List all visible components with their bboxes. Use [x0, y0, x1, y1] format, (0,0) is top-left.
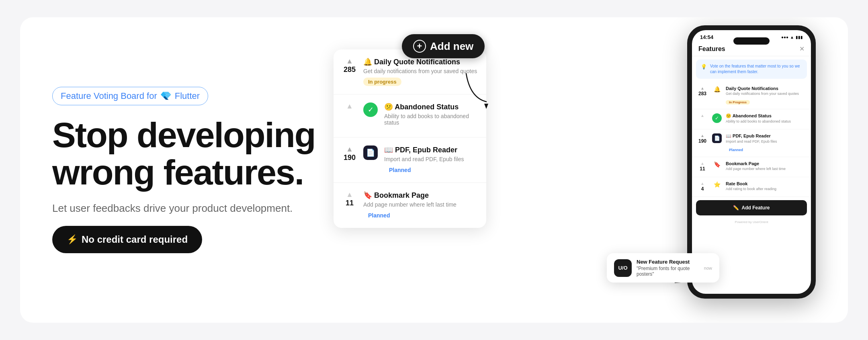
vote-up-icon: ▲	[346, 102, 353, 110]
phone-item-content: 📖 PDF, Epub Reader Import and read PDF, …	[726, 133, 806, 153]
list-item[interactable]: ▲ 190 📄 📖 PDF, Epub Reader Import and re…	[334, 137, 486, 183]
vote-column: ▲	[342, 102, 357, 110]
add-feature-button[interactable]: ✏️ Add Feature	[696, 200, 807, 215]
phone-item-content: Daily Quote Notifications Get daily noti…	[726, 86, 806, 105]
phone-list-item[interactable]: ▲ ✓ 😕 Abandoned Status Ability to add bo…	[692, 109, 811, 130]
vote-column: ▲ 285	[342, 57, 357, 74]
phone-vote-count: 11	[700, 166, 705, 172]
phone-status-icons: ●●● ▲ ▮▮▮	[781, 35, 803, 39]
cta-button[interactable]: ⚡ No credit card required	[52, 226, 202, 253]
notif-title: New Feature Request	[637, 259, 699, 265]
phone-item-desc: Add rating to book after reading	[726, 187, 806, 192]
phone-item-icon: 🔔	[712, 86, 722, 92]
phone-item-desc: Add page number where left last time	[726, 167, 806, 172]
item-content: 🔔 Daily Quote Notifications Get daily no…	[363, 57, 477, 86]
phone-status-badge: In Progress	[726, 100, 750, 104]
add-feature-label: Add Feature	[741, 205, 770, 211]
edit-icon: ✏️	[733, 205, 739, 211]
item-desc: Get daily notifications from your saved …	[363, 68, 477, 74]
item-title: 📖 PDF, Epub Reader	[384, 145, 477, 154]
headline: Stop developing wrong features.	[52, 117, 326, 191]
phone-item-icon: ⭐	[712, 181, 722, 188]
item-content: 📖 PDF, Epub Reader Import and read PDF, …	[384, 145, 477, 174]
phone-list-item[interactable]: ▲ 283 🔔 Daily Quote Notifications Get da…	[692, 82, 811, 109]
main-card: Feature Voting Board for Flutter Stop de…	[20, 17, 848, 323]
item-title: 🔖 Bookmark Page	[363, 191, 477, 200]
info-banner: 💡 Vote on the features that matter most …	[696, 59, 807, 79]
check-icon: ✓	[363, 102, 378, 117]
phone-vote-col: ▲	[697, 113, 708, 118]
add-new-label: Add new	[430, 40, 473, 53]
phone-item-desc: Import and read PDF, Epub files	[726, 139, 806, 144]
phone-time: 14:54	[700, 34, 713, 40]
notif-avatar: U/O	[614, 259, 632, 277]
phone-list-item[interactable]: ▲ 4 ⭐ Rate Book Add rating to book after…	[692, 177, 811, 197]
info-icon: 💡	[701, 64, 707, 70]
phone-close-icon[interactable]: ✕	[799, 45, 805, 53]
phone-vote-count: 190	[698, 138, 706, 144]
phone-vote-count: 4	[701, 186, 704, 192]
phone-item-icon: 🔖	[712, 161, 722, 168]
vote-up-icon: ▲	[346, 57, 353, 65]
status-badge: In progress	[363, 78, 401, 86]
phone-list-item[interactable]: ▲ 190 📄 📖 PDF, Epub Reader Import and re…	[692, 129, 811, 157]
status-badge: Planned	[363, 211, 395, 220]
phone-vote-up-icon: ▲	[700, 181, 704, 186]
flutter-icon	[160, 90, 172, 102]
phone-vote-up-icon: ▲	[700, 113, 704, 118]
product-badge: Feature Voting Board for Flutter	[52, 87, 208, 105]
phone-item-content: Bookmark Page Add page number where left…	[726, 161, 806, 173]
phone-vote-count: 283	[698, 91, 706, 96]
svg-marker-0	[484, 104, 488, 109]
notification-bubble: U/O New Feature Request "Premium fonts f…	[607, 253, 719, 283]
right-section: + Add new ▲ 285 🔔 Daily Quote Notificati…	[326, 17, 816, 323]
phone-vote-col: ▲ 283	[697, 86, 708, 96]
vote-count: 11	[346, 199, 354, 207]
phone-item-title: Rate Book	[726, 181, 806, 186]
phone-header-title: Features	[698, 45, 725, 53]
phone-list-item[interactable]: ▲ 11 🔖 Bookmark Page Add page number whe…	[692, 157, 811, 177]
notif-time: now	[704, 266, 712, 270]
badge-brand: Flutter	[175, 91, 200, 101]
phone-item-content: 😕 Abandoned Status Ability to add books …	[726, 113, 806, 125]
phone-status-badge: Planned	[726, 147, 746, 152]
item-desc: Add page number where left last time	[363, 201, 477, 208]
phone-item-desc: Get daily notifications from your saved …	[726, 92, 806, 96]
vote-column: ▲ 11	[342, 191, 357, 207]
cta-label: No credit card required	[82, 234, 188, 245]
phone-item-title: 📖 PDF, Epub Reader	[726, 133, 806, 139]
badge-text: Feature Voting Board for	[61, 91, 157, 101]
arrow-add-to-list	[462, 66, 510, 114]
phone-item-title: 😕 Abandoned Status	[726, 113, 806, 119]
phone-vote-col: ▲ 11	[697, 161, 708, 172]
phone-item-title: Bookmark Page	[726, 161, 806, 166]
phone-item-title: Daily Quote Notifications	[726, 86, 806, 91]
phone-item-desc: Ability to add books to abandoned status	[726, 119, 806, 124]
phone-check-icon: ✓	[712, 113, 722, 123]
notif-desc: "Premium fonts for quote posters"	[637, 266, 699, 277]
phone-vote-col: ▲ 190	[697, 133, 708, 144]
add-new-bubble[interactable]: + Add new	[402, 34, 485, 58]
lightning-icon: ⚡	[67, 234, 78, 245]
notif-content: New Feature Request "Premium fonts for q…	[637, 259, 699, 277]
info-banner-text: Vote on the features that matter most to…	[710, 63, 802, 75]
phone-item-content: Rate Book Add rating to book after readi…	[726, 181, 806, 193]
left-section: Feature Voting Board for Flutter Stop de…	[52, 87, 326, 253]
item-title: 🔔 Daily Quote Notifications	[363, 57, 477, 66]
phone-vote-up-icon: ▲	[700, 86, 704, 90]
phone-footer: Powered by UserOrient	[692, 219, 811, 225]
item-icon: 📄	[363, 145, 378, 160]
subheadline: Let user feedbacks drive your product de…	[52, 202, 326, 215]
item-content: 🔖 Bookmark Page Add page number where le…	[363, 191, 477, 220]
vote-count: 190	[344, 154, 356, 162]
phone-vote-col: ▲ 4	[697, 181, 708, 192]
item-desc: Ability to add books to abandoned status	[384, 113, 477, 126]
phone-notch	[733, 37, 770, 45]
list-item[interactable]: ▲ 11 🔖 Bookmark Page Add page number whe…	[334, 183, 486, 228]
vote-column: ▲ 190	[342, 145, 357, 162]
phone-item-icon: 📄	[712, 133, 722, 143]
phone-vote-up-icon: ▲	[700, 133, 704, 138]
add-new-plus-icon: +	[413, 40, 426, 53]
headline-line2: wrong features.	[52, 152, 303, 192]
item-desc: Import and read PDF, Epub files	[384, 156, 477, 162]
